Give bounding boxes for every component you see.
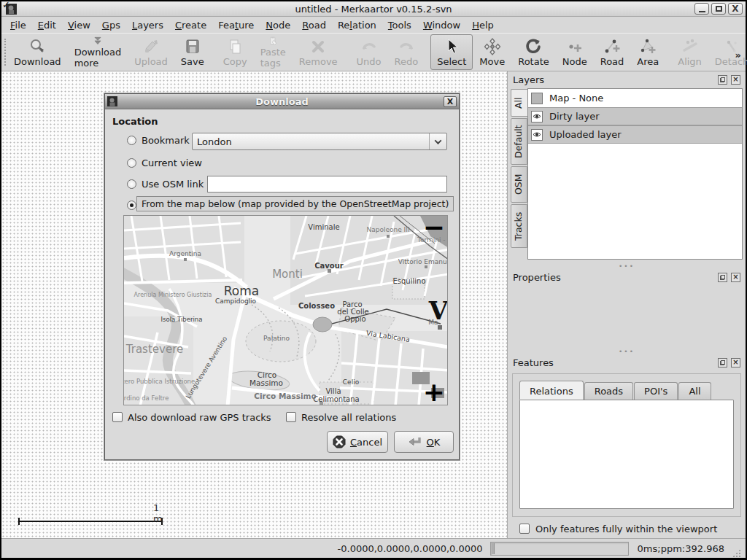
- toolbar-button-paste-tags[interactable]: Paste tags: [254, 34, 293, 70]
- layers-tab-osm[interactable]: OSM: [511, 166, 527, 203]
- tab-pois[interactable]: POI's: [634, 382, 678, 400]
- layer-row-uploaded[interactable]: Uploaded layer: [528, 125, 742, 144]
- tab-relations[interactable]: Relations: [519, 381, 584, 400]
- layer-row-map-none[interactable]: Map - None: [528, 89, 742, 107]
- osm-link-radio-label[interactable]: Use OSM link: [142, 179, 204, 190]
- from-map-radio-label[interactable]: From the map below (map provided by the …: [136, 196, 454, 211]
- menu-relation[interactable]: Relation: [332, 18, 382, 32]
- zoom-out-button[interactable]: −: [423, 217, 445, 238]
- toolbar-button-save[interactable]: Save: [174, 34, 211, 70]
- toolbar-button-download-more[interactable]: Download more: [68, 34, 128, 70]
- cancel-icon: [333, 435, 346, 448]
- osm-link-input[interactable]: [207, 176, 447, 192]
- menu-feature[interactable]: Feature: [212, 18, 260, 32]
- close-icon: ×: [732, 76, 738, 83]
- toolbar-button-align[interactable]: Align: [671, 34, 708, 70]
- toolbar-button-undo[interactable]: Undo: [350, 34, 388, 70]
- toolbar-drag-handle[interactable]: [4, 39, 6, 66]
- toolbar-button-upload[interactable]: Upload: [128, 34, 174, 70]
- ok-return-icon: [408, 435, 422, 448]
- tab-all[interactable]: All: [678, 382, 711, 400]
- properties-close-button[interactable]: ×: [731, 273, 740, 282]
- toolbar-button-select[interactable]: Select: [430, 34, 473, 70]
- current-view-radio-label[interactable]: Current view: [142, 158, 202, 168]
- zoom-in-button[interactable]: +: [423, 382, 445, 403]
- bookmark-radio-label[interactable]: Bookmark: [142, 135, 190, 146]
- maximize-icon: [716, 6, 722, 12]
- viewport-filter-label[interactable]: Only features fully within the viewport: [535, 524, 717, 534]
- toolbar-button-copy[interactable]: Copy: [217, 34, 254, 70]
- map-preview[interactable]: ViminaleNapoleone IIITermini - LaArgenti…: [123, 215, 448, 405]
- map-label: Colosseo: [298, 302, 335, 310]
- toolbar-button-rotate[interactable]: Rotate: [511, 34, 556, 70]
- toolbar-button-node[interactable]: Node: [556, 34, 594, 70]
- layer-visibility-eye-icon[interactable]: [531, 129, 543, 141]
- map-label: Palatino: [263, 335, 290, 342]
- features-list[interactable]: [519, 400, 734, 509]
- menu-gps[interactable]: Gps: [96, 18, 126, 32]
- menu-layers[interactable]: Layers: [126, 18, 169, 32]
- layers-tab-tracks[interactable]: Tracks: [511, 204, 527, 248]
- map-label: Cavour: [314, 262, 344, 270]
- layers-tab-default[interactable]: Default: [511, 118, 527, 165]
- toolbar-overflow-button[interactable]: »: [735, 50, 741, 61]
- features-float-button[interactable]: [718, 358, 727, 368]
- properties-panel-body: [508, 285, 746, 348]
- layers-panel-body: All Default OSM Tracks Map - None Dirty …: [508, 88, 746, 262]
- panel-splitter[interactable]: [508, 348, 746, 354]
- toolbar-button-remove[interactable]: Remove: [293, 34, 344, 70]
- resolve-relations-checkbox-label[interactable]: Resolve all relations: [301, 412, 396, 423]
- toolbar-button-redo[interactable]: Redo: [388, 34, 425, 70]
- menu-road[interactable]: Road: [296, 18, 332, 32]
- menu-create[interactable]: Create: [169, 18, 212, 32]
- current-view-radio[interactable]: [127, 158, 136, 168]
- resolve-relations-checkbox[interactable]: [286, 412, 296, 422]
- layers-float-button[interactable]: [718, 75, 727, 85]
- map-label: Isola Tiberina: [161, 316, 203, 323]
- toolbar-button-move[interactable]: Move: [473, 34, 511, 70]
- maximize-button[interactable]: [711, 3, 726, 15]
- close-button[interactable]: X: [728, 3, 743, 15]
- toolbar-button-area[interactable]: Area: [630, 34, 665, 70]
- tab-roads[interactable]: Roads: [584, 382, 633, 400]
- map-label: Celio: [343, 378, 359, 386]
- layer-checkbox-icon[interactable]: [531, 93, 543, 104]
- map-label: stero Pubblica Istruzione: [123, 378, 195, 385]
- menu-node[interactable]: Node: [260, 18, 296, 32]
- menu-window[interactable]: Window: [417, 18, 466, 32]
- features-close-button[interactable]: ×: [731, 358, 740, 368]
- osm-link-radio[interactable]: [127, 179, 136, 189]
- layer-visibility-eye-icon[interactable]: [531, 111, 543, 122]
- viewport-filter-checkbox[interactable]: [519, 524, 530, 534]
- location-group-label: Location: [112, 116, 158, 127]
- toolbar-button-detach[interactable]: Detach: [708, 34, 747, 70]
- undo-icon: [360, 37, 379, 56]
- menu-view[interactable]: View: [62, 18, 96, 32]
- panel-splitter[interactable]: [508, 262, 746, 269]
- layers-close-button[interactable]: ×: [731, 75, 740, 85]
- combobox-arrow-button[interactable]: [429, 133, 446, 149]
- menu-edit[interactable]: Edit: [32, 18, 62, 32]
- menu-tools[interactable]: Tools: [382, 18, 417, 32]
- properties-float-button[interactable]: [718, 273, 727, 282]
- bookmark-combobox-value: London: [197, 136, 232, 147]
- menu-file[interactable]: File: [4, 18, 32, 32]
- dialog-close-button[interactable]: X: [444, 96, 457, 107]
- ok-button[interactable]: OK: [394, 431, 454, 453]
- from-map-radio[interactable]: [127, 201, 136, 210]
- toolbar-button-road[interactable]: Road: [594, 34, 631, 70]
- layer-row-dirty[interactable]: Dirty layer: [528, 107, 742, 125]
- layers-tab-all[interactable]: All: [511, 89, 527, 117]
- bookmark-radio[interactable]: [127, 136, 136, 145]
- cancel-button[interactable]: Cancel: [327, 431, 388, 453]
- map-canvas[interactable]: 1 m Download X Location Bookmark London …: [1, 71, 507, 538]
- minimize-button[interactable]: [694, 3, 709, 15]
- menu-help[interactable]: Help: [466, 18, 500, 32]
- dialog-title-bar[interactable]: Download X: [105, 94, 459, 109]
- bookmark-combobox[interactable]: London: [192, 133, 447, 150]
- toolbar-button-download[interactable]: Download: [7, 34, 68, 70]
- gps-tracks-checkbox-label[interactable]: Also download raw GPS tracks: [128, 412, 271, 423]
- node-icon: [565, 37, 584, 56]
- resize-grip-icon[interactable]: [732, 548, 741, 558]
- gps-tracks-checkbox[interactable]: [112, 412, 123, 422]
